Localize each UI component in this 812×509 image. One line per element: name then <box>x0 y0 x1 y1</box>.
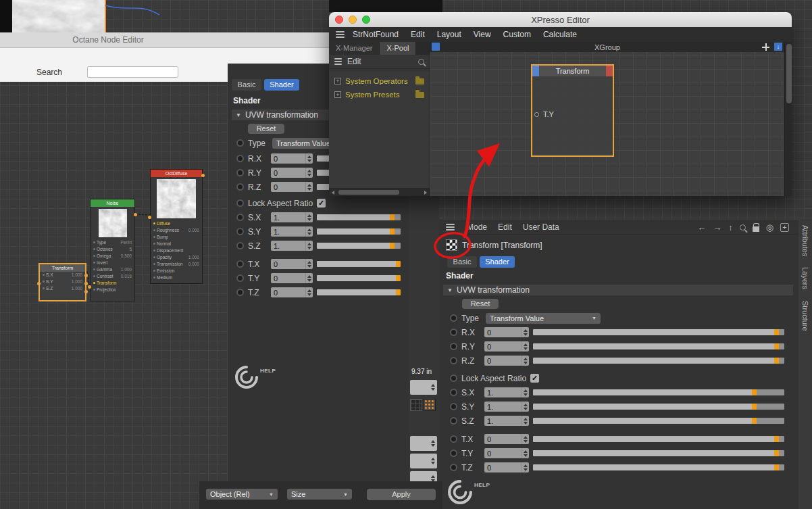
grid-icon[interactable] <box>410 399 422 411</box>
spinner[interactable] <box>522 448 529 458</box>
menu-item[interactable]: Mode <box>467 222 487 232</box>
node-title[interactable]: OctDiffuse <box>151 170 202 177</box>
value-field[interactable]: 1. <box>484 416 529 426</box>
spinner[interactable] <box>305 226 313 237</box>
expand-icon[interactable]: + <box>334 91 341 98</box>
param-slider[interactable] <box>317 275 401 281</box>
menu-item[interactable]: Calculate <box>543 30 577 39</box>
tab-x-pool[interactable]: X-Pool <box>380 42 416 55</box>
manager-tab[interactable]: Structure <box>801 301 809 331</box>
param-slider[interactable] <box>317 214 401 220</box>
param-slider[interactable] <box>533 464 784 470</box>
param-slider[interactable] <box>533 358 784 364</box>
tab-basic[interactable]: Basic <box>447 256 477 268</box>
param-slider[interactable] <box>317 243 401 249</box>
spinner[interactable] <box>305 259 313 269</box>
xpresso-titlebar[interactable]: XPresso Editor <box>329 12 792 27</box>
close-button[interactable] <box>335 16 343 24</box>
size-dropdown[interactable]: Size▼ <box>287 489 352 500</box>
value-field[interactable]: 0 <box>484 448 529 458</box>
value-field[interactable]: 0 <box>271 153 313 164</box>
value-field[interactable]: 0 <box>484 327 529 337</box>
value-field[interactable]: 0 <box>484 356 529 366</box>
input-ports-tab[interactable] <box>532 66 539 76</box>
port-dot[interactable] <box>134 213 137 216</box>
zoom-button[interactable] <box>362 16 370 24</box>
back-icon[interactable]: ← <box>697 223 706 232</box>
port-dot[interactable] <box>84 290 88 293</box>
search-icon[interactable] <box>418 59 424 65</box>
value-field[interactable]: 0 <box>271 182 313 192</box>
spinner[interactable] <box>305 241 313 251</box>
param-slider[interactable] <box>533 404 784 410</box>
octane-node-octdiffuse[interactable]: OctDiffuse DiffuseRoughness0.000BumpNorm… <box>150 169 203 284</box>
help-logo[interactable]: HELP <box>447 479 490 505</box>
port-dot[interactable] <box>201 174 205 177</box>
value-field[interactable]: 0 <box>271 287 313 297</box>
value-field[interactable]: 0 <box>271 259 313 269</box>
xpresso-node-transform[interactable]: Transform T.Y <box>531 64 614 157</box>
spinner[interactable] <box>305 273 313 283</box>
spinner-field[interactable] <box>410 454 437 468</box>
value-field[interactable]: 0 <box>271 273 313 283</box>
param-slider[interactable] <box>533 329 784 335</box>
spinner[interactable] <box>305 182 313 192</box>
value-field[interactable]: 1. <box>271 212 313 222</box>
param-slider[interactable] <box>533 436 784 442</box>
type-dropdown[interactable]: Transform Value▼ <box>486 313 601 324</box>
texture-icon[interactable] <box>424 399 436 411</box>
section-uvw-transformation[interactable]: ▼ UVW transformation <box>443 285 793 295</box>
port-circle-icon[interactable] <box>534 112 539 117</box>
param-slider[interactable] <box>317 261 401 267</box>
apply-button[interactable]: Apply <box>367 489 436 500</box>
tree-item[interactable]: +System Operators <box>329 74 430 88</box>
spinner[interactable] <box>305 287 313 297</box>
value-field[interactable]: 1. <box>271 241 313 251</box>
xgroup-titlebar[interactable]: XGroup ↓ <box>430 42 784 52</box>
spinner[interactable] <box>522 387 529 397</box>
menu-item[interactable]: StrNotFound <box>353 30 399 39</box>
spinner-field[interactable] <box>410 436 437 451</box>
value-field[interactable]: 0 <box>271 168 313 178</box>
octane-node-transform[interactable]: Transform S.X1.000S.Y1.000S.Z1.000 <box>39 263 86 301</box>
value-field[interactable]: 0 <box>484 341 529 352</box>
octane-node-noise[interactable]: Noise TypePerlinOctaves5Omega0.500Invert… <box>90 199 135 301</box>
move-icon[interactable] <box>762 43 769 51</box>
port-dot[interactable] <box>84 274 88 277</box>
object-rel-dropdown[interactable]: Object (Rel)▼ <box>206 489 278 500</box>
value-field[interactable]: 0 <box>484 434 529 444</box>
up-icon[interactable]: ↑ <box>728 223 733 232</box>
scroll-left-icon[interactable] <box>332 191 334 195</box>
reset-button[interactable]: Reset <box>462 299 499 309</box>
manager-tab[interactable]: Attributes <box>801 225 809 256</box>
menu-icon[interactable] <box>334 58 342 65</box>
menu-item[interactable]: Custom <box>503 30 531 39</box>
node-title[interactable]: Transform <box>40 264 85 272</box>
param-slider[interactable] <box>533 418 784 424</box>
menu-item[interactable]: User Data <box>523 222 559 232</box>
tab-shader[interactable]: Shader <box>480 256 515 268</box>
help-logo[interactable]: HELP <box>234 365 276 389</box>
value-field[interactable]: 0 <box>484 462 529 472</box>
forward-icon[interactable]: → <box>713 223 721 232</box>
xpresso-node-header[interactable]: Transform <box>532 66 613 76</box>
spinner[interactable] <box>522 341 529 352</box>
menu-icon[interactable] <box>336 31 345 38</box>
add-icon[interactable]: + <box>780 223 789 232</box>
manager-tab[interactable]: Layers <box>801 267 809 289</box>
minimize-button[interactable] <box>349 16 357 24</box>
menu-item[interactable]: Layout <box>437 30 461 39</box>
xpool-edit-row[interactable]: Edit <box>329 55 430 69</box>
menu-item[interactable]: Edit <box>411 30 425 39</box>
node-title[interactable]: Noise <box>91 199 134 207</box>
value-field[interactable]: 1. <box>484 387 529 397</box>
menu-item[interactable]: View <box>474 30 491 39</box>
param-slider[interactable] <box>533 389 784 395</box>
scroll-corner-icon[interactable] <box>432 43 440 51</box>
value-field[interactable]: 1. <box>271 226 313 237</box>
lock-icon[interactable] <box>753 226 759 232</box>
lock-aspect-checkbox[interactable]: ✓ <box>317 199 326 208</box>
reset-button[interactable]: Reset <box>248 124 284 134</box>
spinner[interactable] <box>522 327 529 337</box>
tree-item[interactable]: +System Presets <box>329 88 430 101</box>
